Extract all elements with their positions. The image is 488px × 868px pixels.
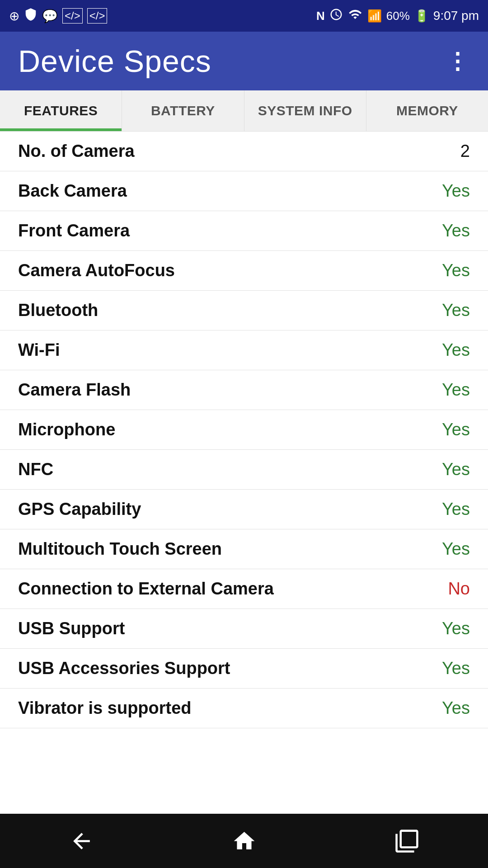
code-icon-1: </> xyxy=(62,8,83,24)
feature-row-9: GPS CapabilityYes xyxy=(0,490,488,529)
home-button[interactable] xyxy=(226,823,262,859)
tab-memory[interactable]: MEMORY xyxy=(366,90,488,131)
feature-row-8: NFCYes xyxy=(0,450,488,490)
feature-name-7: Microphone xyxy=(18,420,115,439)
feature-value-14: Yes xyxy=(442,698,470,718)
battery-percentage: 60% xyxy=(386,9,410,23)
feature-row-11: Connection to External CameraNo xyxy=(0,569,488,609)
feature-value-5: Yes xyxy=(442,340,470,360)
feature-value-7: Yes xyxy=(442,420,470,439)
feature-name-6: Camera Flash xyxy=(18,380,131,400)
feature-row-6: Camera FlashYes xyxy=(0,370,488,410)
status-bar: ⊕ 💬 </> </> N 📶 60% 🔋 9:07 pm xyxy=(0,0,488,32)
app-title: Device Specs xyxy=(18,43,211,79)
app-bar: Device Specs ⋮ xyxy=(0,32,488,90)
feature-name-9: GPS Capability xyxy=(18,500,141,519)
feature-value-8: Yes xyxy=(442,460,470,479)
battery-icon: 🔋 xyxy=(414,9,429,23)
feature-name-13: USB Accessories Support xyxy=(18,659,230,678)
feature-value-3: Yes xyxy=(442,261,470,280)
feature-value-1: Yes xyxy=(442,181,470,201)
alarm-icon xyxy=(329,8,343,24)
feature-value-0: 2 xyxy=(460,142,470,161)
content-spacer xyxy=(0,771,488,814)
feature-value-12: Yes xyxy=(442,619,470,638)
feature-value-10: Yes xyxy=(442,539,470,559)
time-display: 9:07 pm xyxy=(433,9,479,23)
feature-name-2: Front Camera xyxy=(18,221,130,241)
back-button[interactable] xyxy=(63,823,99,859)
feature-name-5: Wi-Fi xyxy=(18,340,60,360)
feature-row-4: BluetoothYes xyxy=(0,291,488,330)
feature-row-1: Back CameraYes xyxy=(0,171,488,211)
feature-value-13: Yes xyxy=(442,659,470,678)
feature-name-4: Bluetooth xyxy=(18,301,98,320)
feature-row-5: Wi-FiYes xyxy=(0,330,488,370)
recents-button[interactable] xyxy=(389,823,425,859)
feature-name-0: No. of Camera xyxy=(18,142,135,161)
status-bar-left: ⊕ 💬 </> </> xyxy=(9,8,107,24)
nfc-icon: N xyxy=(316,9,325,23)
add-icon: ⊕ xyxy=(9,9,19,24)
feature-value-4: Yes xyxy=(442,301,470,320)
shield-icon xyxy=(24,8,38,24)
feature-row-7: MicrophoneYes xyxy=(0,410,488,450)
feature-value-11: No xyxy=(448,579,470,599)
code-icon-2: </> xyxy=(87,8,108,24)
tab-system-info[interactable]: SYSTEM INFO xyxy=(244,90,366,131)
feature-name-10: Multitouch Touch Screen xyxy=(18,539,222,559)
tab-battery[interactable]: BATTERY xyxy=(122,90,244,131)
feature-name-14: Vibrator is supported xyxy=(18,698,192,718)
feature-row-3: Camera AutoFocusYes xyxy=(0,251,488,291)
feature-row-10: Multitouch Touch ScreenYes xyxy=(0,529,488,569)
status-bar-right: N 📶 60% 🔋 9:07 pm xyxy=(316,8,479,24)
bottom-nav xyxy=(0,814,488,868)
tab-bar: FEATURES BATTERY SYSTEM INFO MEMORY xyxy=(0,90,488,132)
feature-name-3: Camera AutoFocus xyxy=(18,261,175,280)
feature-value-6: Yes xyxy=(442,380,470,400)
feature-row-14: Vibrator is supportedYes xyxy=(0,689,488,728)
tab-features[interactable]: FEATURES xyxy=(0,90,122,131)
feature-value-2: Yes xyxy=(442,221,470,241)
feature-value-9: Yes xyxy=(442,500,470,519)
feature-row-2: Front CameraYes xyxy=(0,211,488,251)
feature-row-0: No. of Camera2 xyxy=(0,132,488,171)
feature-name-1: Back Camera xyxy=(18,181,127,201)
wifi-icon xyxy=(347,8,363,24)
feature-name-11: Connection to External Camera xyxy=(18,579,274,599)
feature-row-13: USB Accessories SupportYes xyxy=(0,649,488,689)
feature-row-12: USB SupportYes xyxy=(0,609,488,649)
more-options-button[interactable]: ⋮ xyxy=(446,48,470,74)
feature-name-8: NFC xyxy=(18,460,53,479)
whatsapp-icon: 💬 xyxy=(42,9,58,24)
signal-icon: 📶 xyxy=(367,9,382,23)
features-list: No. of Camera2Back CameraYesFront Camera… xyxy=(0,132,488,771)
feature-name-12: USB Support xyxy=(18,619,125,638)
